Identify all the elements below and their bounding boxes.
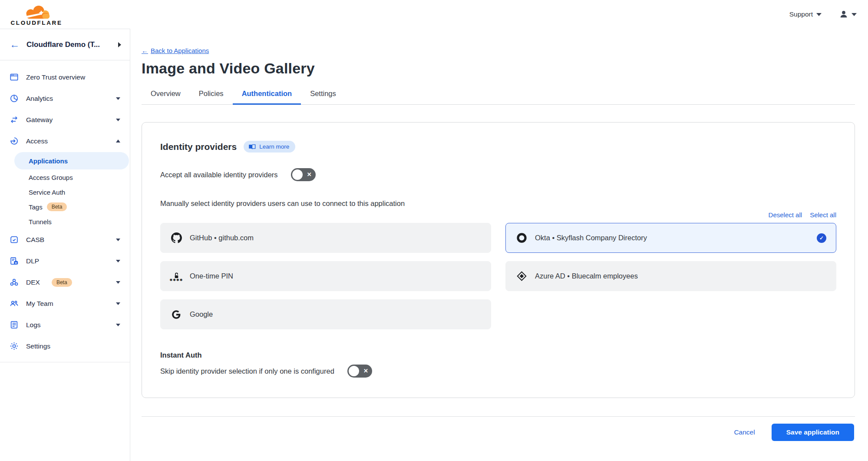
- select-all-link[interactable]: Select all: [810, 211, 836, 219]
- chevron-down-icon: [116, 260, 120, 262]
- chevron-down-icon: [851, 13, 857, 16]
- toggle-x-icon: ✕: [307, 171, 312, 178]
- sidebar-subitem-label: Access Groups: [29, 174, 73, 181]
- sidebar-item-label: Access: [26, 137, 109, 145]
- toggle-knob: [349, 366, 359, 376]
- provider-grid: GitHub • github.com Okta • Skyflash Comp…: [160, 223, 836, 329]
- sidebar-item-applications[interactable]: Applications: [14, 152, 129, 169]
- provider-label: Google: [190, 310, 213, 318]
- back-to-applications-link[interactable]: ← Back to Applications: [142, 47, 209, 54]
- sidebar-item-settings[interactable]: Settings: [0, 335, 130, 357]
- back-link-label: Back to Applications: [151, 47, 209, 54]
- chevron-down-icon: [816, 13, 822, 16]
- support-menu[interactable]: Support: [789, 10, 822, 18]
- azure-ad-icon: [515, 271, 528, 281]
- sidebar-item-label: CASB: [26, 236, 109, 244]
- cloudflare-logo: CLOUDFLARE: [6, 3, 67, 26]
- sidebar-item-gateway[interactable]: Gateway: [0, 109, 130, 130]
- instant-auth-toggle[interactable]: ✕: [347, 365, 372, 378]
- google-icon: [170, 309, 182, 320]
- tab-bar: Overview Policies Authentication Setting…: [142, 85, 855, 105]
- analytics-icon: [9, 94, 19, 103]
- identity-providers-panel: Identity providers Learn more Accept all…: [142, 122, 855, 398]
- sidebar-item-tags[interactable]: Tags Beta: [0, 199, 130, 214]
- learn-more-label: Learn more: [259, 143, 289, 150]
- beta-badge: Beta: [52, 278, 72, 287]
- sidebar-item-label: DEX: [26, 279, 40, 286]
- instant-auth-label: Skip identity provider selection if only…: [160, 367, 334, 375]
- user-icon: [839, 10, 848, 19]
- main-content: ← Back to Applications Image and Video G…: [130, 29, 868, 461]
- provider-label: Azure AD • Bluecalm employees: [535, 272, 638, 280]
- cloudflare-cloud-icon: [16, 3, 57, 21]
- instant-auth-heading: Instant Auth: [160, 351, 836, 359]
- team-icon: [9, 299, 19, 308]
- sidebar-item-casb[interactable]: CASB: [0, 229, 130, 250]
- deselect-all-link[interactable]: Deselect all: [769, 211, 802, 219]
- okta-icon: [515, 232, 528, 243]
- learn-more-button[interactable]: Learn more: [244, 141, 295, 153]
- top-bar: CLOUDFLARE Support: [0, 0, 868, 29]
- sidebar-item-zero-trust-overview[interactable]: Zero Trust overview: [0, 66, 130, 88]
- dex-icon: [9, 278, 19, 287]
- chevron-down-icon: [116, 324, 120, 326]
- beta-badge: Beta: [47, 202, 67, 211]
- sidebar-subitem-label: Applications: [29, 157, 68, 165]
- panel-heading: Identity providers: [160, 142, 237, 152]
- sidebar-item-my-team[interactable]: My Team: [0, 293, 130, 314]
- chevron-down-icon: [116, 239, 120, 241]
- provider-label: One-time PIN: [190, 272, 233, 280]
- sidebar-item-service-auth[interactable]: Service Auth: [0, 185, 130, 199]
- tab-overview[interactable]: Overview: [142, 85, 190, 105]
- sidebar-item-label: My Team: [26, 300, 109, 308]
- logs-icon: [9, 320, 19, 329]
- otp-lock-icon: ✱✱✱✱: [170, 272, 182, 281]
- provider-card-azure-ad[interactable]: Azure AD • Bluecalm employees: [505, 261, 836, 291]
- access-submenu: Applications Access Groups Service Auth …: [0, 152, 130, 229]
- selected-check-icon: ✓: [817, 233, 826, 243]
- chevron-up-icon: [116, 139, 120, 143]
- accept-all-toggle[interactable]: ✕: [291, 168, 316, 181]
- sidebar-account-header: ← Cloudflare Demo (T...: [0, 29, 130, 60]
- sidebar-item-analytics[interactable]: Analytics: [0, 88, 130, 109]
- back-arrow-icon: ←: [142, 47, 148, 54]
- access-icon: [9, 136, 19, 146]
- casb-icon: [9, 235, 19, 244]
- cancel-button[interactable]: Cancel: [734, 428, 755, 436]
- tab-policies[interactable]: Policies: [190, 85, 233, 105]
- chevron-right-icon[interactable]: [118, 42, 121, 47]
- footer-actions: Cancel Save application: [142, 417, 855, 441]
- provider-card-one-time-pin[interactable]: ✱✱✱✱ One-time PIN: [160, 261, 491, 291]
- sidebar-item-access-groups[interactable]: Access Groups: [0, 170, 130, 185]
- sidebar-item-dex[interactable]: DEX Beta: [0, 272, 130, 293]
- gear-icon: [9, 342, 19, 351]
- back-arrow-icon[interactable]: ←: [10, 40, 20, 50]
- provider-card-okta[interactable]: Okta • Skyflash Company Directory ✓: [505, 223, 836, 253]
- save-application-button[interactable]: Save application: [772, 424, 854, 441]
- manual-select-text: Manually select identity providers users…: [160, 199, 836, 208]
- sidebar-item-label: Gateway: [26, 116, 109, 124]
- provider-card-google[interactable]: Google: [160, 299, 491, 329]
- dlp-icon: [9, 256, 19, 265]
- chevron-down-icon: [116, 302, 120, 305]
- chevron-down-icon: [116, 281, 120, 284]
- sidebar-subitem-label: Tags: [29, 203, 43, 211]
- sidebar-item-label: Logs: [26, 321, 109, 329]
- toggle-x-icon: ✕: [363, 368, 368, 374]
- sidebar-subitem-label: Service Auth: [29, 189, 65, 196]
- page-title: Image and Video Gallery: [142, 60, 855, 77]
- provider-card-github[interactable]: GitHub • github.com: [160, 223, 491, 253]
- sidebar-item-logs[interactable]: Logs: [0, 314, 130, 335]
- toggle-knob: [292, 169, 303, 180]
- sidebar-item-label: Settings: [26, 342, 120, 350]
- github-icon: [170, 232, 182, 243]
- account-menu[interactable]: [839, 10, 857, 19]
- chevron-down-icon: [116, 97, 120, 100]
- overview-icon: [9, 73, 19, 82]
- sidebar-item-tunnels[interactable]: Tunnels: [0, 214, 130, 229]
- account-name[interactable]: Cloudflare Demo (T...: [26, 40, 111, 49]
- tab-authentication[interactable]: Authentication: [233, 85, 301, 105]
- sidebar-item-dlp[interactable]: DLP: [0, 250, 130, 272]
- sidebar-item-access[interactable]: Access: [0, 130, 130, 152]
- tab-settings[interactable]: Settings: [301, 85, 345, 105]
